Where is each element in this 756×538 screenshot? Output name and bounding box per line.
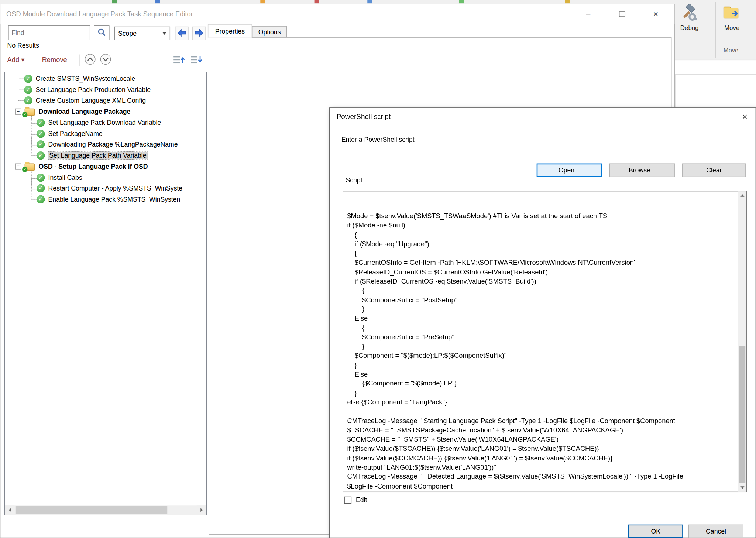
success-check-icon: ✓ [22, 167, 27, 172]
task-sequence-tree: ✓ Create SMSTS_WinSystemLocale ✓ Set Lan… [4, 72, 207, 515]
success-check-icon: ✓ [24, 96, 32, 104]
collapse-expander-icon[interactable]: − [15, 109, 21, 115]
find-previous-button[interactable] [175, 27, 189, 40]
debug-tools-icon[interactable] [681, 4, 697, 24]
ribbon-group-separator [715, 2, 716, 58]
triangle-right-icon [200, 508, 203, 512]
tree-item-label: Create Custom Language XML Config [36, 97, 146, 104]
open-button[interactable]: Open... [537, 164, 602, 177]
success-check-icon: ✓ [37, 151, 45, 160]
success-check-icon: ✓ [24, 86, 32, 94]
tree-item-label: Downloading Package %LangPackageName [48, 141, 178, 148]
success-check-icon: ✓ [37, 130, 45, 138]
triangle-up-icon [740, 194, 744, 197]
dialog-close-button[interactable]: × [737, 110, 753, 124]
clipped-toolbar-icon [260, 0, 265, 3]
ok-button[interactable]: OK [628, 524, 683, 538]
browse-button[interactable]: Browse... [609, 164, 675, 177]
maximize-button[interactable] [614, 7, 630, 21]
chevron-down-icon [162, 32, 166, 35]
tree-item[interactable]: ✓ Set Language Pack Download Variable [5, 118, 161, 128]
success-check-icon: ✓ [22, 112, 27, 117]
move-button[interactable]: Move [720, 24, 743, 31]
edit-checkbox[interactable] [344, 497, 352, 504]
ribbon-lower-area [675, 60, 756, 75]
tree-item-label: Set Language Pack Download Variable [48, 119, 161, 126]
arrow-right-icon [194, 29, 204, 38]
find-next-button[interactable] [192, 27, 206, 40]
tree-group[interactable]: − ✓ OSD - Setup Language Pack if OSD [5, 161, 148, 171]
no-results-text: No Results [7, 42, 39, 49]
ribbon-fragment: Debug Move Move [675, 0, 756, 75]
tree-item[interactable]: ✓ Create SMSTS_WinSystemLocale [5, 74, 135, 84]
scope-dropdown-value: Scope [118, 30, 137, 37]
scroll-down-button[interactable] [738, 484, 746, 492]
powershell-script-dialog: PowerShell script × Enter a PowerShell s… [329, 107, 756, 538]
tree-group[interactable]: − ✓ Download Language Package [5, 107, 130, 117]
add-button-label: Add [7, 56, 20, 64]
tree-item-label: Install Cabs [48, 174, 82, 181]
toolbar-separator [80, 55, 80, 66]
scrollbar-thumb[interactable] [16, 506, 167, 514]
tree-item[interactable]: ✓ Set Language Pack Production Variable [5, 85, 151, 95]
window-titlebar[interactable]: OSD Module Download Language Pack Task S… [0, 4, 674, 24]
tree-item[interactable]: ✓ Restart Computer - Apply %SMSTS_WinSys… [5, 183, 182, 193]
expand-all-icon[interactable] [173, 55, 186, 66]
group-folder-icon: ✓ [25, 109, 35, 116]
dialog-prompt: Enter a PowerShell script [341, 136, 415, 143]
triangle-left-icon [8, 508, 11, 512]
search-button[interactable] [94, 25, 110, 40]
script-text[interactable]: $Mode = $tsenv.Value('SMSTS_TSWaaSMode')… [347, 212, 733, 490]
clipped-toolbar-icon [459, 0, 464, 3]
script-label: Script: [346, 177, 364, 184]
add-button[interactable]: Add ▾ [7, 56, 25, 64]
move-group-caption: Move [717, 47, 745, 54]
remove-button[interactable]: Remove [42, 56, 67, 64]
tree-item[interactable]: ✓ Create Custom Language XML Config [5, 96, 146, 106]
scroll-right-button[interactable] [197, 505, 206, 515]
scrollbar-thumb[interactable] [739, 346, 745, 483]
tree-item-selected[interactable]: ✓ Set Language Pack Path Variable [5, 150, 147, 160]
group-folder-icon: ✓ [25, 164, 35, 171]
success-check-icon: ✓ [37, 174, 45, 182]
scroll-up-button[interactable] [738, 191, 746, 199]
script-editor[interactable]: $Mode = $tsenv.Value('SMSTS_TSWaaSMode')… [343, 191, 747, 492]
close-button[interactable]: × [647, 7, 664, 21]
triangle-down-icon [740, 486, 744, 489]
tree-horizontal-scrollbar[interactable] [5, 505, 206, 515]
move-step-down-button[interactable] [100, 54, 111, 65]
cancel-button[interactable]: Cancel [688, 524, 743, 538]
collapse-expander-icon[interactable]: − [15, 164, 21, 170]
scope-dropdown[interactable]: Scope [114, 27, 171, 40]
clipped-toolbar-icon [315, 0, 319, 3]
clear-button[interactable]: Clear [682, 164, 746, 177]
dialog-title: PowerShell script [337, 113, 391, 121]
screen: Debug Move Move OSD Module Download Lang… [0, 0, 756, 538]
minimize-button[interactable]: – [580, 7, 596, 21]
move-icon[interactable] [721, 2, 742, 24]
collapse-all-icon[interactable] [190, 55, 203, 66]
tree-item[interactable]: ✓ Enable Language Pack %SMSTS_WinSysten [5, 194, 180, 204]
clipped-toolbar-icon [565, 0, 570, 3]
find-input[interactable] [8, 25, 90, 40]
clipped-toolbar-icon [367, 0, 372, 3]
clipped-toolbar-icon [155, 0, 160, 3]
tree-item[interactable]: ✓ Install Cabs [5, 172, 82, 182]
tree-item-label: Set Language Pack Production Variable [36, 86, 151, 94]
tree-item-label: Restart Computer - Apply %SMSTS_WinSyste [48, 185, 183, 192]
arrow-left-icon [177, 29, 186, 38]
success-check-icon: ✓ [37, 184, 45, 192]
tree-item[interactable]: ✓ Set PackageName [5, 129, 103, 139]
success-check-icon: ✓ [37, 195, 45, 203]
tree-item-label: Create SMSTS_WinSystemLocale [36, 75, 135, 83]
tree-group-label: OSD - Setup Language Pack if OSD [38, 163, 148, 170]
window-title: OSD Module Download Language Pack Task S… [6, 4, 193, 24]
script-vertical-scrollbar[interactable] [738, 191, 746, 491]
scroll-left-button[interactable] [5, 505, 14, 515]
tab-options[interactable]: Options [252, 26, 287, 38]
tab-properties[interactable]: Properties [208, 25, 252, 38]
tree-item[interactable]: ✓ Downloading Package %LangPackageName [5, 139, 178, 149]
debug-button[interactable]: Debug [676, 24, 703, 31]
success-check-icon: ✓ [24, 75, 32, 83]
move-step-up-button[interactable] [85, 54, 96, 65]
